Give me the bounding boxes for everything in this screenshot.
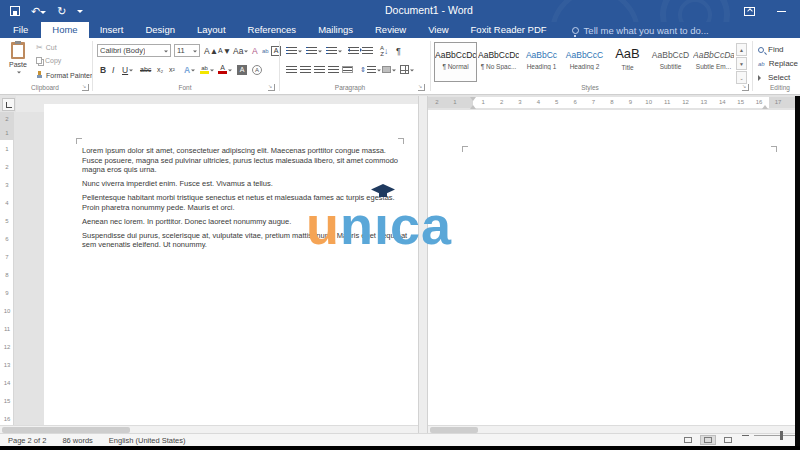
vertical-scrollbar[interactable] [418, 96, 428, 433]
select-button[interactable]: Select [758, 73, 790, 82]
strikethrough-button[interactable]: abc [140, 63, 151, 76]
zoom-out-icon[interactable] [742, 435, 749, 436]
font-family-select[interactable]: Calibri (Body) [97, 44, 171, 57]
undo-button[interactable]: ↶ [31, 0, 46, 22]
second-page-pane[interactable] [428, 110, 795, 425]
zoom-slider-thumb[interactable] [780, 431, 783, 440]
horizontal-ruler[interactable]: 21 12345678910111213141516 1718 [428, 97, 795, 108]
paragraph[interactable]: Nunc viverra imperdiet enim. Fusce est. … [82, 179, 408, 189]
tell-me-box[interactable]: Tell me what you want to do... [572, 22, 709, 38]
clear-formatting-button[interactable]: A [252, 44, 258, 57]
italic-button[interactable]: I [112, 63, 114, 76]
align-right-button[interactable] [314, 63, 325, 76]
style-heading-1[interactable]: AaBbCc Heading 1 [520, 42, 563, 82]
web-layout-button[interactable] [720, 435, 736, 445]
styles-scroll-up-icon[interactable]: ▲ [736, 43, 747, 56]
word-count[interactable]: 86 words [62, 436, 92, 445]
superscript-button[interactable]: x² [169, 63, 175, 76]
style-title[interactable]: AaB Title [606, 42, 649, 82]
document-page[interactable]: Lorem ipsum dolor sit amet, consectetuer… [44, 104, 418, 425]
phonetic-guide-button[interactable]: ab [262, 44, 269, 57]
change-case-button[interactable]: Aa [233, 44, 248, 57]
tab-references[interactable]: References [237, 22, 308, 38]
sort-button[interactable]: AZ↓ [380, 44, 388, 57]
text-effects-button[interactable]: A [184, 63, 195, 76]
line-spacing-button[interactable]: ⇕ [360, 63, 381, 76]
justify-icon [328, 66, 339, 73]
enclose-circle-button[interactable]: A [252, 63, 262, 76]
ruler-number: 9 [0, 284, 14, 302]
style-subtitle[interactable]: AaBbCcD Subtitle [649, 42, 692, 82]
borders-button[interactable] [400, 63, 414, 76]
page-indicator[interactable]: Page 2 of 2 [8, 436, 46, 445]
tab-mailings[interactable]: Mailings [307, 22, 364, 38]
vertical-ruler[interactable]: 21 12345678910111213141516 [0, 112, 14, 433]
paragraph[interactable]: Lorem ipsum dolor sit amet, consectetuer… [82, 146, 408, 175]
style-no-spacing[interactable]: AaBbCcDc ¶ No Spac... [477, 42, 520, 82]
highlight-color-button[interactable]: ab [200, 63, 214, 76]
bold-button[interactable]: B [100, 63, 106, 76]
dialog-launcher-icon[interactable]: ↘ [418, 84, 425, 91]
save-icon[interactable] [10, 6, 20, 16]
multilevel-list-button[interactable] [326, 44, 342, 57]
tab-insert[interactable]: Insert [89, 22, 135, 38]
right-indent-marker[interactable] [762, 102, 768, 109]
paste-button[interactable]: Paste [4, 41, 32, 83]
redo-icon[interactable]: ↻ [57, 0, 66, 22]
dialog-launcher-icon[interactable]: ↘ [82, 84, 89, 91]
character-shading-button[interactable]: A [237, 63, 247, 76]
tab-home[interactable]: Home [41, 22, 88, 38]
format-painter-button[interactable]: Format Painter [36, 71, 92, 79]
replace-button[interactable]: ab Replace [758, 59, 798, 68]
chevron-down-icon[interactable] [40, 11, 46, 17]
tab-design[interactable]: Design [134, 22, 186, 38]
cut-button[interactable]: ✂ Cut [36, 43, 57, 52]
style-heading-2[interactable]: AaBbCcC Heading 2 [563, 42, 606, 82]
horizontal-scrollbar[interactable] [0, 425, 418, 433]
font-size-select[interactable]: 11 [174, 44, 200, 57]
numbering-button[interactable] [306, 44, 322, 57]
style-normal[interactable]: AaBbCcDc ¶ Normal [434, 42, 477, 82]
tab-file[interactable]: File [0, 22, 41, 38]
minimize-icon[interactable] [777, 11, 786, 12]
increase-indent-button[interactable] [362, 44, 373, 57]
decrease-indent-button[interactable] [348, 44, 359, 57]
tab-review[interactable]: Review [364, 22, 417, 38]
tab-view[interactable]: View [417, 22, 459, 38]
language-indicator[interactable]: English (United States) [109, 436, 186, 445]
ruler-number: 2 [0, 158, 14, 176]
align-center-button[interactable] [300, 63, 311, 76]
grow-font-button[interactable]: A▲ [204, 44, 218, 57]
show-hide-pilcrow-button[interactable]: ¶ [396, 44, 401, 57]
style-subtle-emphasis[interactable]: AaBbCcDa Subtle Em... [692, 42, 735, 82]
shrink-font-button[interactable]: A▼ [218, 44, 231, 57]
styles-scroll-down-icon[interactable]: ▼ [736, 57, 747, 70]
print-layout-button[interactable] [700, 435, 716, 445]
change-case-icon: Aa [233, 46, 243, 56]
distribute-button[interactable] [342, 63, 353, 76]
tab-stop-selector[interactable] [2, 98, 15, 111]
tab-layout[interactable]: Layout [186, 22, 237, 38]
format-painter-label: Format Painter [46, 72, 92, 79]
align-left-button[interactable] [286, 63, 297, 76]
subscript-icon: x₂ [157, 66, 163, 73]
justify-button[interactable] [328, 63, 339, 76]
copy-button[interactable]: Copy [36, 57, 61, 64]
ribbon-display-options-icon[interactable] [744, 7, 755, 16]
logo-letter-a: a [421, 196, 452, 254]
zoom-slider[interactable] [754, 435, 796, 436]
ruler-number: 2 [0, 112, 14, 126]
hanging-indent-marker[interactable] [470, 102, 476, 109]
dialog-launcher-icon[interactable]: ↘ [742, 84, 749, 91]
bullets-button[interactable] [286, 44, 302, 57]
subscript-button[interactable]: x₂ [157, 63, 163, 76]
find-button[interactable]: Find [758, 45, 784, 54]
tab-foxit-reader-pdf[interactable]: Foxit Reader PDF [460, 22, 558, 38]
underline-button[interactable]: U [122, 63, 133, 76]
font-color-button[interactable]: A [218, 63, 232, 76]
dialog-launcher-icon[interactable]: ↘ [268, 84, 275, 91]
customize-qat-icon[interactable] [77, 10, 83, 16]
read-mode-button[interactable] [680, 435, 696, 445]
horizontal-scrollbar[interactable] [428, 425, 795, 433]
shading-button[interactable] [382, 63, 396, 76]
